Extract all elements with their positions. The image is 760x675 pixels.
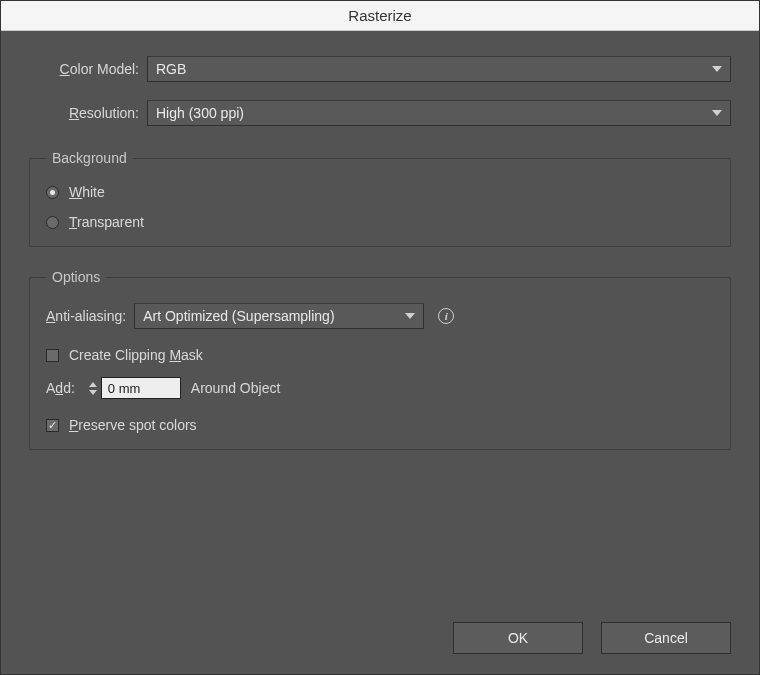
clipping-mask-label: Create Clipping Mask	[69, 347, 203, 363]
dialog-title: Rasterize	[348, 7, 411, 24]
rasterize-dialog: Rasterize Color Model: RGB Resolution: H…	[0, 0, 760, 675]
add-label: Add:	[46, 380, 75, 396]
add-input[interactable]: 0 mm	[101, 377, 181, 399]
add-row: Add: 0 mm Around Object	[46, 377, 714, 399]
add-suffix: Around Object	[191, 380, 281, 396]
radio-icon	[46, 186, 59, 199]
color-model-label: Color Model:	[29, 61, 147, 77]
preserve-spot-row[interactable]: ✓ Preserve spot colors	[46, 417, 714, 433]
clipping-mask-row[interactable]: Create Clipping Mask	[46, 347, 714, 363]
radio-icon	[46, 216, 59, 229]
ok-label: OK	[508, 630, 528, 646]
dialog-titlebar: Rasterize	[1, 1, 759, 31]
anti-aliasing-dropdown[interactable]: Art Optimized (Supersampling)	[134, 303, 424, 329]
anti-aliasing-value: Art Optimized (Supersampling)	[143, 308, 405, 324]
resolution-row: Resolution: High (300 ppi)	[29, 100, 731, 126]
resolution-label: Resolution:	[29, 105, 147, 121]
resolution-dropdown[interactable]: High (300 ppi)	[147, 100, 731, 126]
checkbox-checked-icon: ✓	[46, 419, 59, 432]
radio-dot-icon	[50, 190, 55, 195]
chevron-down-icon	[405, 313, 415, 319]
ok-button[interactable]: OK	[453, 622, 583, 654]
bg-transparent-row[interactable]: Transparent	[46, 214, 714, 230]
bg-transparent-label: Transparent	[69, 214, 144, 230]
stepper-up-icon[interactable]	[89, 382, 97, 387]
bg-white-label: White	[69, 184, 105, 200]
color-model-dropdown[interactable]: RGB	[147, 56, 731, 82]
chevron-down-icon	[712, 66, 722, 72]
options-group: Options Anti-aliasing: Art Optimized (Su…	[29, 269, 731, 450]
background-group: Background White Transparent	[29, 150, 731, 247]
cancel-label: Cancel	[644, 630, 688, 646]
stepper-down-icon[interactable]	[89, 390, 97, 395]
dialog-content: Color Model: RGB Resolution: High (300 p…	[1, 31, 759, 674]
resolution-value: High (300 ppi)	[156, 105, 712, 121]
chevron-down-icon	[712, 110, 722, 116]
dialog-footer: OK Cancel	[29, 604, 731, 654]
add-value: 0 mm	[108, 381, 141, 396]
cancel-button[interactable]: Cancel	[601, 622, 731, 654]
bg-white-row[interactable]: White	[46, 184, 714, 200]
add-stepper[interactable]	[89, 382, 97, 395]
checkbox-icon	[46, 349, 59, 362]
anti-aliasing-label: Anti-aliasing:	[46, 308, 126, 324]
info-icon[interactable]: i	[438, 308, 454, 324]
color-model-value: RGB	[156, 61, 712, 77]
options-legend: Options	[46, 269, 106, 285]
preserve-spot-label: Preserve spot colors	[69, 417, 197, 433]
color-model-row: Color Model: RGB	[29, 56, 731, 82]
background-legend: Background	[46, 150, 133, 166]
anti-aliasing-row: Anti-aliasing: Art Optimized (Supersampl…	[46, 303, 714, 329]
